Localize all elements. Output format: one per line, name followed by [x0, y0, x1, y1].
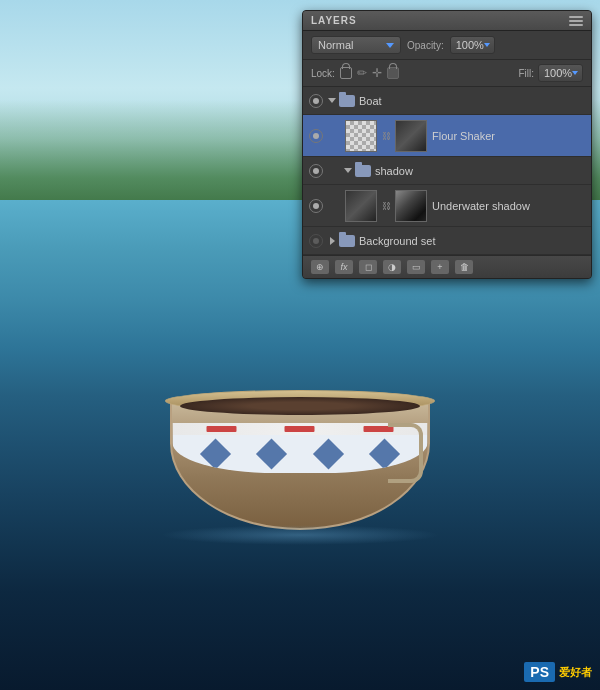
diamond-1 — [200, 438, 231, 469]
blend-mode-select[interactable]: Normal — [311, 36, 401, 54]
panel-toolbar: ⊕ fx ◻ ◑ ▭ + 🗑 — [303, 255, 591, 278]
link-layers-button[interactable]: ⊕ — [311, 260, 329, 274]
lock-label: Lock: — [311, 68, 335, 79]
adjustment-button[interactable]: ◑ — [383, 260, 401, 274]
layer-row-flour-shaker[interactable]: ⛓ Flour Shaker — [303, 115, 591, 157]
flour-thumb-container: ⛓ — [345, 120, 427, 152]
underwater-thumb-mask — [395, 190, 427, 222]
eye-icon-boat[interactable] — [309, 94, 323, 108]
toolbar-icons: ⊕ fx ◻ ◑ ▭ + 🗑 — [311, 260, 473, 274]
opacity-label: Opacity: — [407, 40, 444, 51]
red-stripe-1 — [207, 426, 237, 432]
folder-icon-shadow — [355, 165, 371, 177]
layer-name-bg: Background set — [359, 235, 585, 247]
lock-pixels-icon[interactable] — [340, 67, 352, 79]
watermark-ps: PS — [524, 662, 555, 682]
fill-arrow — [572, 71, 578, 75]
layer-row-background-set[interactable]: Background set — [303, 227, 591, 255]
layer-row-boat-group[interactable]: Boat — [303, 87, 591, 115]
layer-name-boat: Boat — [359, 95, 585, 107]
delete-layer-button[interactable]: 🗑 — [455, 260, 473, 274]
group-button[interactable]: ▭ — [407, 260, 425, 274]
layer-name-flour: Flour Shaker — [432, 130, 585, 142]
link-icon-flour: ⛓ — [381, 130, 391, 142]
underwater-thumb-container: ⛓ — [345, 190, 427, 222]
eye-pupil-flour — [313, 133, 319, 139]
opacity-field[interactable]: 100% — [450, 36, 495, 54]
lock-row: Lock: ✏ ✛ Fill: 100% — [303, 60, 591, 87]
arrow-shadow-icon — [344, 168, 352, 173]
eye-pupil-underwater — [313, 203, 319, 209]
eye-pupil — [313, 98, 319, 104]
arrow-down-icon — [328, 98, 336, 103]
bowl-reflection — [160, 525, 440, 545]
folder-icon-bg — [339, 235, 355, 247]
flour-thumb-mask — [395, 120, 427, 152]
eye-icon-shadow[interactable] — [309, 164, 323, 178]
layer-row-shadow-group[interactable]: shadow — [303, 157, 591, 185]
eye-icon-bg[interactable] — [309, 234, 323, 248]
mask-button[interactable]: ◻ — [359, 260, 377, 274]
bowl-inside — [180, 397, 420, 415]
bowl-container — [160, 330, 440, 530]
layer-row-underwater[interactable]: ⛓ Underwater shadow — [303, 185, 591, 227]
fill-field[interactable]: 100% — [538, 64, 583, 82]
underwater-thumb-layer — [345, 190, 377, 222]
eye-pupil-shadow — [313, 168, 319, 174]
blend-select-arrow — [386, 43, 394, 48]
layers-list: Boat ⛓ Flour Shaker shadow — [303, 87, 591, 255]
new-layer-button[interactable]: + — [431, 260, 449, 274]
opacity-arrow — [484, 43, 490, 47]
fx-button[interactable]: fx — [335, 260, 353, 274]
panel-header: LAYERS — [303, 11, 591, 31]
panel-menu-button[interactable] — [569, 16, 583, 26]
eye-pupil-bg — [313, 238, 319, 244]
red-stripe-2 — [285, 426, 315, 432]
eye-icon-flour[interactable] — [309, 129, 323, 143]
layer-name-underwater: Underwater shadow — [432, 200, 585, 212]
bowl-outer — [170, 400, 430, 530]
arrow-boat[interactable] — [327, 96, 337, 106]
link-icon-underwater: ⛓ — [381, 200, 391, 212]
diamond-3 — [313, 438, 344, 469]
watermark-text: 爱好者 — [559, 665, 592, 680]
folder-icon-boat — [339, 95, 355, 107]
layers-panel: LAYERS Normal Opacity: 100% Lock: ✏ ✛ Fi… — [302, 10, 592, 279]
fill-label: Fill: — [518, 68, 534, 79]
eye-icon-underwater[interactable] — [309, 199, 323, 213]
flour-thumb-layer — [345, 120, 377, 152]
fill-area: Fill: 100% — [518, 64, 583, 82]
arrow-bg[interactable] — [327, 236, 337, 246]
arrow-shadow[interactable] — [343, 166, 353, 176]
bowl-handle — [388, 423, 423, 483]
panel-title: LAYERS — [311, 15, 357, 26]
layer-name-shadow: shadow — [375, 165, 585, 177]
watermark: PS 爱好者 — [524, 662, 592, 682]
lock-all-icon[interactable] — [387, 67, 399, 79]
lock-paint-icon[interactable]: ✏ — [357, 66, 367, 80]
blend-mode-row: Normal Opacity: 100% — [303, 31, 591, 60]
diamond-2 — [256, 438, 287, 469]
lock-move-icon[interactable]: ✛ — [372, 66, 382, 80]
arrow-right-icon — [330, 237, 335, 245]
